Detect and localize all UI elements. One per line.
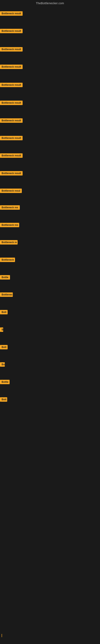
bottleneck-badge-2[interactable]: Bottleneck result [0, 29, 23, 34]
bottleneck-badge-label-2: Bottleneck result [0, 29, 23, 33]
bottleneck-badge-15[interactable]: Bottleneck [0, 258, 15, 263]
bottleneck-badge-label-11: Bottleneck resul [0, 188, 22, 193]
bottleneck-badge-11[interactable]: Bottleneck resul [0, 188, 22, 194]
bottleneck-badge-13[interactable]: Bottleneck res [0, 223, 19, 228]
bottleneck-badge-label-19: B [0, 328, 3, 332]
bottleneck-badge-label-20: Bott [0, 345, 8, 349]
site-title: TheBottlenecker.com [0, 0, 100, 6]
bottleneck-badge-8[interactable]: Bottleneck result [0, 136, 23, 141]
bottleneck-badge-label-6: Bottleneck result [0, 100, 23, 105]
bottleneck-badge-17[interactable]: Bottlenec [0, 292, 13, 298]
bottleneck-badge-16[interactable]: Bottle [0, 275, 10, 280]
bottleneck-badge-23[interactable]: Bott [0, 397, 7, 402]
bottleneck-badge-14[interactable]: Bottleneck re [0, 240, 18, 245]
bottleneck-badge-label-9: Bottleneck result [0, 153, 23, 158]
bottleneck-badge-label-13: Bottleneck res [0, 223, 19, 227]
bottleneck-badge-label-17: Bottlenec [0, 292, 13, 297]
bottleneck-badge-5[interactable]: Bottleneck result [0, 83, 23, 88]
bottleneck-badge-label-7: Bottleneck result [0, 118, 23, 123]
bottleneck-badge-18[interactable]: Bott [0, 310, 8, 315]
bottleneck-badge-6[interactable]: Bottleneck result [0, 100, 23, 106]
bottleneck-badge-3[interactable]: Bottleneck result [0, 47, 23, 52]
bottleneck-badge-label-3: Bottleneck result [0, 47, 23, 52]
bottleneck-badge-7[interactable]: Bottleneck result [0, 118, 23, 124]
bottleneck-badge-9[interactable]: Bottleneck result [0, 153, 23, 158]
bottleneck-badge-label-14: Bottleneck re [0, 240, 18, 244]
bottleneck-badge-label-23: Bott [0, 397, 7, 402]
bottleneck-badge-label-21: Bo [0, 362, 5, 367]
bottleneck-badge-22[interactable]: Bottle [0, 380, 10, 385]
bottleneck-badge-21[interactable]: Bo [0, 362, 5, 368]
bottleneck-badge-1[interactable]: Bottleneck result [0, 11, 23, 16]
bottleneck-badge-label-8: Bottleneck result [0, 136, 23, 140]
bottleneck-badge-12[interactable]: Bottleneck res [0, 205, 20, 210]
bottleneck-badge-label-18: Bott [0, 310, 8, 314]
bottleneck-badge-label-12: Bottleneck res [0, 205, 20, 210]
bottleneck-badge-label-4: Bottleneck result [0, 64, 23, 69]
bottleneck-badge-10[interactable]: Bottleneck result [0, 171, 23, 176]
bottleneck-badge-20[interactable]: Bott [0, 345, 8, 350]
bottleneck-badge-19[interactable]: B [0, 328, 3, 333]
bottleneck-badge-label-5: Bottleneck result [0, 83, 23, 87]
bottleneck-badge-label-1: Bottleneck result [0, 11, 23, 16]
bottleneck-badge-label-16: Bottle [0, 275, 10, 280]
bottleneck-badge-label-10: Bottleneck result [0, 171, 23, 176]
bottleneck-badge-4[interactable]: Bottleneck result [0, 64, 23, 70]
bottleneck-badge-label-22: Bottle [0, 380, 10, 384]
text-cursor [1, 634, 2, 637]
bottleneck-badge-label-15: Bottleneck [0, 258, 15, 262]
